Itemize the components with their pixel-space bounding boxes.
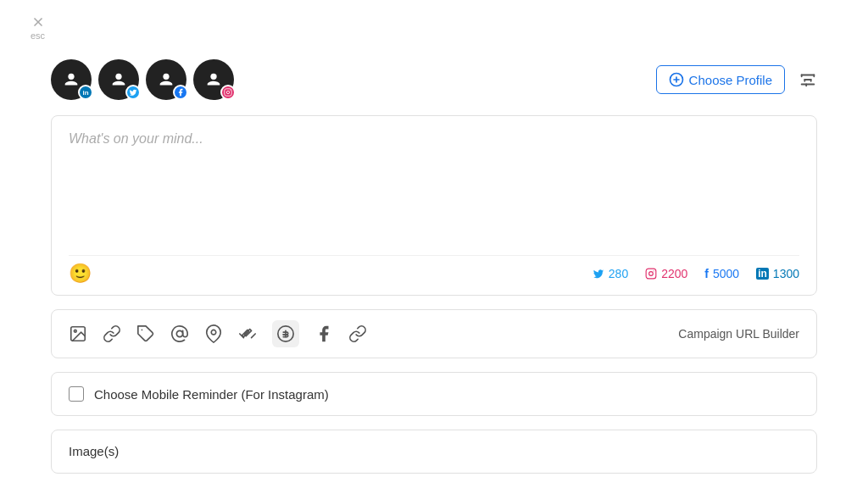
profile-row: in	[51, 59, 817, 100]
svg-point-22	[176, 330, 182, 336]
paid-icon[interactable]	[272, 320, 299, 347]
profile-actions: Choose Profile	[656, 65, 817, 94]
svg-rect-2	[225, 89, 231, 96]
twitter-count-value: 280	[609, 267, 628, 280]
campaign-url-builder[interactable]: Campaign URL Builder	[678, 327, 799, 341]
image-box-header: Image(s)	[69, 444, 119, 458]
tag-icon[interactable]	[136, 324, 155, 343]
linkedin-count-value: 1300	[773, 267, 799, 280]
avatar-linkedin[interactable]: in	[51, 59, 92, 100]
compose-box: 🙂 280 2200 f 5000 in 1300	[51, 115, 817, 296]
emoji-button[interactable]: 🙂	[69, 264, 92, 283]
svg-point-3	[226, 91, 229, 93]
choose-profile-button[interactable]: Choose Profile	[656, 65, 785, 94]
svg-point-17	[649, 272, 654, 276]
char-counts: 280 2200 f 5000 in 1300	[593, 267, 799, 280]
twitter-count-icon	[593, 268, 604, 280]
compose-footer: 🙂 280 2200 f 5000 in 1300	[69, 255, 799, 283]
linkedin-char-count: in 1300	[756, 267, 799, 280]
facebook-toolbar-icon[interactable]	[314, 324, 333, 343]
image-box: Image(s)	[51, 430, 817, 474]
image-icon[interactable]	[69, 324, 87, 343]
svg-point-20	[74, 330, 76, 332]
facebook-char-count: f 5000	[704, 267, 739, 280]
toolbar: Campaign URL Builder	[51, 309, 817, 358]
choose-profile-label: Choose Profile	[689, 73, 772, 87]
mention-icon[interactable]	[170, 324, 189, 343]
campaign-url-label: Campaign URL Builder	[678, 327, 799, 341]
handshake-icon[interactable]	[238, 324, 257, 343]
esc-button[interactable]: esc	[31, 15, 45, 41]
instagram-count-value: 2200	[661, 267, 687, 280]
instagram-char-count: 2200	[645, 267, 687, 280]
facebook-count-icon: f	[704, 267, 709, 280]
svg-point-4	[230, 90, 231, 91]
reminder-label[interactable]: Choose Mobile Reminder (For Instagram)	[94, 387, 329, 402]
location-icon[interactable]	[204, 324, 223, 343]
avatar-facebook[interactable]	[146, 59, 186, 100]
avatar-instagram[interactable]	[193, 59, 234, 100]
link-icon[interactable]	[103, 324, 121, 343]
esc-label: esc	[31, 30, 45, 41]
facebook-count-value: 5000	[713, 267, 739, 280]
profile-avatars: in	[51, 59, 234, 100]
linkedin-badge: in	[78, 85, 93, 100]
twitter-badge	[125, 85, 141, 100]
svg-rect-16	[646, 269, 656, 279]
instagram-count-icon	[645, 268, 657, 280]
filter-icon[interactable]	[798, 70, 817, 89]
compose-textarea[interactable]	[69, 131, 799, 241]
svg-point-23	[211, 330, 216, 335]
twitter-char-count: 280	[593, 267, 628, 280]
facebook-badge	[173, 85, 188, 100]
link2-icon[interactable]	[348, 324, 367, 343]
svg-point-18	[654, 270, 654, 271]
reminder-box: Choose Mobile Reminder (For Instagram)	[51, 372, 817, 416]
instagram-badge	[220, 85, 236, 100]
avatar-twitter[interactable]	[98, 59, 139, 100]
linkedin-count-icon: in	[756, 268, 769, 280]
reminder-checkbox[interactable]	[69, 386, 84, 402]
